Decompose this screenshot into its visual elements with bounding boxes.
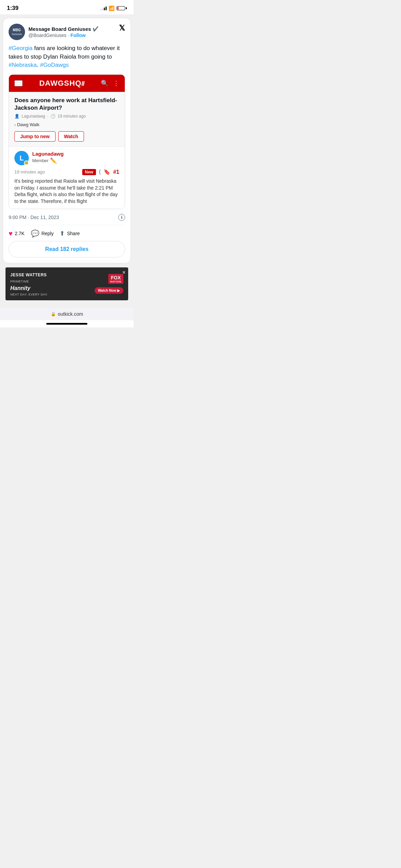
ad-container: × JESSE WATTERS PRIMETIME Hannity NEXT D… [3, 267, 131, 300]
home-indicator-area [0, 320, 134, 327]
lock-icon: 🔒 [51, 312, 56, 316]
signal-icon [100, 6, 107, 10]
forum-post: L 😊 Lagunadawg Member ✏️ 19 minu [9, 146, 125, 209]
fox-text: FOX [111, 275, 121, 280]
fox-nation-logo: FOX NATION [108, 274, 123, 284]
ad-banner: × JESSE WATTERS PRIMETIME Hannity NEXT D… [5, 267, 128, 300]
tweet-text: #Georgia fans are looking to do whatever… [9, 44, 125, 70]
read-replies-button[interactable]: Read 182 replies [9, 241, 125, 257]
dawgshq-header: DAWGSHQII 🔍 ⋮ [9, 75, 125, 92]
ad-jesse-watters: JESSE WATTERS [10, 273, 47, 277]
battery-icon [117, 6, 127, 10]
more-options-button[interactable]: ⋮ [113, 80, 119, 87]
watch-button[interactable]: Watch [58, 131, 84, 142]
follow-button[interactable]: Follow [71, 33, 86, 38]
home-bar [46, 323, 87, 325]
ad-right: FOX NATION Watch Now ▶ [95, 274, 123, 294]
post-username[interactable]: Lagunadawg [32, 151, 64, 157]
thread-poster: Lagunadawg [22, 114, 45, 119]
ad-close-button[interactable]: × [122, 269, 125, 276]
post-time: 19 minutes ago [14, 169, 45, 174]
breadcrumb-label: Dawg Walk [17, 122, 39, 127]
ad-show1-name: JESSE WATTERS PRIMETIME [10, 272, 95, 284]
status-icons: 📶 [100, 5, 127, 11]
search-button[interactable]: 🔍 [101, 80, 108, 87]
thread-meta: 👤 Lagunadawg · 🕐 19 minutes ago [14, 114, 119, 119]
menu-button[interactable] [14, 80, 23, 86]
post-content: It's being reported that Raiola will vis… [14, 178, 119, 205]
user-icon: 👤 [14, 114, 20, 119]
thread-title: Does anyone here work at Hartsfield-Jack… [14, 97, 119, 112]
role-icon: ✏️ [50, 157, 57, 164]
heart-icon: ♥ [9, 230, 13, 238]
watch-now-button[interactable]: Watch Now ▶ [95, 287, 123, 294]
tweet-header: MBGGeniuses Message Board Geniuses ✔️ @B… [9, 24, 125, 40]
like-action[interactable]: ♥ 2.7K [9, 230, 25, 238]
x-logo-icon[interactable]: 𝕏 [119, 24, 125, 33]
tweet-body-2: . [37, 62, 40, 68]
share-action[interactable]: ⬆ Share [60, 230, 80, 237]
hashtag-georgia[interactable]: #Georgia [9, 45, 33, 51]
domain-text: outkick.com [58, 311, 83, 317]
tweet-actions: ♥ 2.7K 💬 Reply ⬆ Share [9, 229, 125, 238]
ad-hannity: Hannity [10, 285, 95, 291]
divider [9, 225, 125, 225]
reply-action[interactable]: 💬 Reply [31, 229, 54, 238]
share-label: Share [67, 231, 80, 236]
clock-icon: 🕐 [50, 114, 56, 119]
account-handle: @BoardGeniuses [28, 33, 66, 38]
verified-icon: ✔️ [93, 26, 98, 32]
ad-tagline: NEXT DAY. EVERY DAY. [10, 293, 95, 296]
reply-label: Reply [41, 231, 54, 236]
reply-bubble-icon: 💬 [31, 229, 39, 238]
status-time: 1:39 [7, 5, 19, 12]
dot-separator: · [68, 33, 69, 38]
ad-primetime: PRIMETIME [10, 280, 29, 283]
hashtag-godawgs[interactable]: #GoDawgs [40, 62, 69, 68]
post-avatar: L 😊 [14, 151, 29, 165]
tweet-timestamp: 9:00 PM · Dec 11, 2023 [9, 215, 59, 220]
wifi-icon: 📶 [109, 5, 114, 11]
chevron-left-icon: ‹ [14, 123, 16, 127]
status-bar: 1:39 📶 [0, 0, 134, 14]
post-role: Member [32, 158, 49, 163]
share-post-icon[interactable]: ⟨ [99, 169, 101, 175]
tweet-timestamp-row: 9:00 PM · Dec 11, 2023 ℹ [9, 214, 125, 221]
browser-bar: 🔒 outkick.com [0, 308, 134, 320]
dawgshq-logo: DAWGSHQII [39, 79, 84, 88]
new-badge: New [82, 169, 96, 175]
bookmark-icon[interactable]: 🔖 [104, 169, 110, 175]
share-arrow-icon: ⬆ [60, 230, 65, 237]
ad-left: JESSE WATTERS PRIMETIME Hannity NEXT DAY… [10, 272, 95, 296]
forum-thread: Does anyone here work at Hartsfield-Jack… [9, 92, 125, 146]
info-button[interactable]: ℹ [118, 214, 125, 221]
hashtag-nebraska[interactable]: #Nebraska [9, 62, 37, 68]
jump-to-new-button[interactable]: Jump to new [14, 131, 56, 142]
breadcrumb: ‹ Dawg Walk [14, 122, 119, 127]
embedded-card[interactable]: DAWGSHQII 🔍 ⋮ Does anyone here work at H… [9, 74, 125, 209]
like-count: 2.7K [15, 231, 25, 236]
post-number: #1 [113, 169, 119, 175]
avatar[interactable]: MBGGeniuses [9, 24, 25, 40]
account-name: Message Board Geniuses [28, 26, 91, 32]
nation-text: NATION [110, 280, 121, 283]
thread-time: 19 minutes ago [58, 114, 86, 119]
tweet-card: MBGGeniuses Message Board Geniuses ✔️ @B… [3, 18, 131, 263]
